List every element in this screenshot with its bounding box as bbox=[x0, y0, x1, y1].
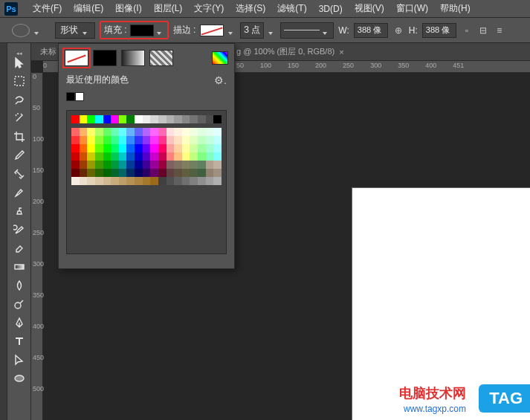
path-select-tool[interactable] bbox=[10, 351, 29, 369]
color-swatch[interactable] bbox=[111, 152, 119, 161]
color-swatch[interactable] bbox=[182, 169, 190, 177]
color-swatch[interactable] bbox=[143, 152, 151, 161]
color-swatch[interactable] bbox=[167, 144, 175, 152]
stroke-swatch[interactable] bbox=[200, 25, 224, 36]
color-swatch[interactable] bbox=[213, 152, 222, 161]
color-swatch[interactable] bbox=[103, 115, 112, 123]
color-swatch[interactable] bbox=[135, 144, 143, 152]
color-swatch[interactable] bbox=[111, 144, 119, 152]
color-swatch[interactable] bbox=[135, 161, 143, 169]
color-swatch[interactable] bbox=[80, 161, 88, 169]
color-swatch[interactable] bbox=[158, 152, 167, 161]
color-swatch[interactable] bbox=[158, 115, 167, 123]
color-swatch[interactable] bbox=[126, 144, 135, 152]
ellipse-tool-icon[interactable] bbox=[12, 24, 30, 37]
color-swatch[interactable] bbox=[126, 115, 135, 123]
color-swatch[interactable] bbox=[167, 115, 175, 123]
color-swatch[interactable] bbox=[198, 136, 206, 144]
color-swatch[interactable] bbox=[182, 152, 190, 161]
color-swatch[interactable] bbox=[87, 115, 95, 123]
color-swatch[interactable] bbox=[126, 161, 135, 169]
menu-window[interactable]: 窗口(W) bbox=[390, 2, 434, 15]
magic-wand-tool[interactable] bbox=[10, 109, 29, 127]
stroke-dropdown-icon[interactable] bbox=[228, 27, 236, 34]
color-swatch[interactable] bbox=[126, 177, 135, 185]
color-swatch[interactable] bbox=[103, 161, 112, 169]
color-swatch[interactable] bbox=[150, 152, 158, 161]
color-swatch[interactable] bbox=[143, 177, 151, 185]
collapse-icon[interactable] bbox=[16, 45, 22, 51]
shape-mode-dropdown[interactable]: 形状 bbox=[55, 22, 95, 39]
arrange-icon[interactable]: ≡ bbox=[494, 25, 505, 36]
color-swatch[interactable] bbox=[71, 136, 80, 144]
color-swatch[interactable] bbox=[174, 169, 182, 177]
menu-view[interactable]: 视图(V) bbox=[349, 2, 390, 15]
color-swatch[interactable] bbox=[135, 115, 143, 123]
color-swatch[interactable] bbox=[119, 136, 127, 144]
color-swatch[interactable] bbox=[87, 177, 95, 185]
color-swatch[interactable] bbox=[158, 144, 167, 152]
color-swatch[interactable] bbox=[190, 161, 198, 169]
color-swatch[interactable] bbox=[167, 128, 175, 136]
color-swatch[interactable] bbox=[158, 177, 167, 185]
color-swatch[interactable] bbox=[71, 128, 80, 136]
color-swatch[interactable] bbox=[213, 136, 222, 144]
menu-3d[interactable]: 3D(D) bbox=[313, 4, 349, 14]
color-swatch[interactable] bbox=[95, 169, 103, 177]
color-swatch[interactable] bbox=[150, 144, 158, 152]
color-swatch[interactable] bbox=[150, 115, 158, 123]
color-swatch[interactable] bbox=[135, 152, 143, 161]
color-swatch[interactable] bbox=[206, 169, 214, 177]
color-swatch[interactable] bbox=[111, 128, 119, 136]
color-swatch[interactable] bbox=[198, 161, 206, 169]
color-swatch[interactable] bbox=[95, 115, 103, 123]
color-swatch[interactable] bbox=[143, 128, 151, 136]
color-swatch[interactable] bbox=[119, 144, 127, 152]
color-swatch[interactable] bbox=[150, 161, 158, 169]
color-swatch[interactable] bbox=[182, 144, 190, 152]
width-input[interactable]: 388 像 bbox=[354, 23, 388, 38]
color-swatch[interactable] bbox=[126, 128, 135, 136]
gradient-button[interactable] bbox=[121, 50, 145, 66]
menu-help[interactable]: 帮助(H) bbox=[434, 2, 476, 15]
color-swatch[interactable] bbox=[119, 128, 127, 136]
color-swatch[interactable] bbox=[103, 136, 112, 144]
color-swatch[interactable] bbox=[87, 161, 95, 169]
gradient-tool[interactable] bbox=[10, 258, 29, 276]
color-swatch[interactable] bbox=[87, 152, 95, 161]
color-swatch[interactable] bbox=[80, 152, 88, 161]
color-swatch[interactable] bbox=[143, 144, 151, 152]
healing-tool[interactable] bbox=[10, 165, 29, 183]
color-swatch[interactable] bbox=[95, 128, 103, 136]
stroke-width-dropdown-icon[interactable] bbox=[268, 27, 276, 34]
color-swatch[interactable] bbox=[150, 136, 158, 144]
color-swatch[interactable] bbox=[174, 128, 182, 136]
color-swatch[interactable] bbox=[174, 115, 182, 123]
color-swatch[interactable] bbox=[95, 152, 103, 161]
color-swatch[interactable] bbox=[182, 115, 190, 123]
color-swatch[interactable] bbox=[126, 136, 135, 144]
color-swatch[interactable] bbox=[206, 128, 214, 136]
color-swatch[interactable] bbox=[190, 169, 198, 177]
color-swatch[interactable] bbox=[71, 177, 80, 185]
marquee-tool[interactable] bbox=[10, 72, 29, 90]
color-swatch[interactable] bbox=[182, 128, 190, 136]
color-swatch[interactable] bbox=[143, 161, 151, 169]
color-swatch[interactable] bbox=[174, 152, 182, 161]
color-picker-button[interactable] bbox=[212, 51, 228, 65]
color-swatch[interactable] bbox=[80, 144, 88, 152]
color-swatch[interactable] bbox=[206, 152, 214, 161]
menu-select[interactable]: 选择(S) bbox=[230, 2, 271, 15]
color-swatch[interactable] bbox=[111, 177, 119, 185]
recent-swatch[interactable] bbox=[75, 92, 84, 101]
color-swatch[interactable] bbox=[190, 144, 198, 152]
color-swatch[interactable] bbox=[119, 177, 127, 185]
color-swatch[interactable] bbox=[158, 136, 167, 144]
color-swatch[interactable] bbox=[80, 136, 88, 144]
color-swatch[interactable] bbox=[158, 169, 167, 177]
ellipse-shape-tool[interactable] bbox=[10, 369, 29, 387]
color-swatch[interactable] bbox=[135, 136, 143, 144]
color-swatch[interactable] bbox=[87, 128, 95, 136]
color-swatch[interactable] bbox=[143, 115, 151, 123]
color-swatch[interactable] bbox=[135, 177, 143, 185]
